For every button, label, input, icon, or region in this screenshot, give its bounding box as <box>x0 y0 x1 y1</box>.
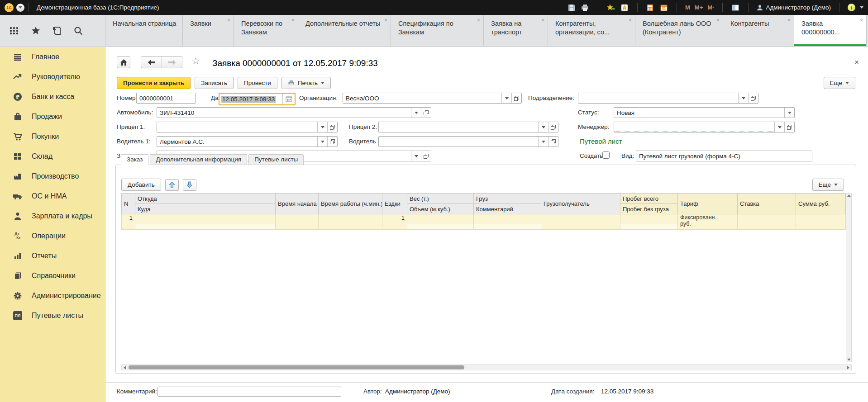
sidebar-item-rukovoditelyu[interactable]: Руководителю <box>0 67 105 87</box>
dropdown-button[interactable] <box>538 137 548 147</box>
cell-gruzopoluchatel[interactable] <box>541 214 620 230</box>
sidebar-item-otchety[interactable]: Отчеты <box>0 246 105 266</box>
cell-vremya-nachala[interactable] <box>276 214 319 230</box>
manager-input[interactable] <box>614 122 774 132</box>
open-button[interactable] <box>548 137 558 147</box>
add-favorite-icon[interactable] <box>606 4 615 12</box>
info-icon[interactable]: i <box>848 4 855 11</box>
cell-otkuda[interactable] <box>135 214 276 223</box>
favorite-star-icon[interactable]: ☆ <box>191 56 200 66</box>
cell-obem[interactable] <box>407 223 474 230</box>
tab-perevozki[interactable]: Перевозки по Заявкам× <box>234 15 298 46</box>
tab-zakaz[interactable]: Заказ <box>121 154 148 165</box>
memory-minus-button[interactable]: M- <box>707 4 714 11</box>
driver1-input[interactable] <box>157 137 317 147</box>
add-row-button[interactable]: Добавить <box>121 179 161 191</box>
sidebar-item-operacii[interactable]: ДтКт Операции <box>0 226 105 246</box>
sidebar-item-os-i-nma[interactable]: ОС и НМА <box>0 186 105 206</box>
dropdown-button[interactable] <box>538 122 548 132</box>
close-document-button[interactable]: × <box>854 58 859 67</box>
close-icon[interactable]: × <box>291 17 295 24</box>
status-input[interactable] <box>614 108 784 118</box>
trailer2-input[interactable] <box>379 122 538 132</box>
scroll-right-icon[interactable] <box>845 365 851 370</box>
close-icon[interactable]: × <box>629 17 632 24</box>
open-button[interactable] <box>784 122 794 132</box>
calculator-icon[interactable] <box>646 4 655 12</box>
cell-vremya-raboty[interactable] <box>319 214 382 230</box>
close-icon[interactable]: × <box>477 17 480 24</box>
dropdown-button[interactable] <box>501 93 511 103</box>
driver2-input[interactable] <box>379 137 538 147</box>
memory-recall-button[interactable]: M <box>685 4 690 11</box>
sidebar-item-bank-i-kassa[interactable]: ₽ Банк и касса <box>0 87 105 107</box>
dropdown-button[interactable] <box>317 122 327 132</box>
sidebar-item-prodazhi[interactable]: Продажи <box>0 107 105 127</box>
print-button[interactable]: Печать <box>281 77 331 89</box>
dropdown-button[interactable] <box>738 93 748 103</box>
post-button[interactable]: Провести <box>238 77 277 89</box>
open-button[interactable] <box>327 122 337 132</box>
vertical-scrollbar[interactable] <box>846 193 852 362</box>
scroll-up-icon[interactable] <box>847 194 851 197</box>
open-button[interactable] <box>511 93 521 103</box>
tab-specifikaciya[interactable]: Спецификация по Заявкам× <box>391 15 484 46</box>
car-input[interactable] <box>157 108 411 118</box>
cell-stavka[interactable] <box>738 214 796 230</box>
print-icon[interactable] <box>581 4 590 12</box>
cell-kommentariy[interactable] <box>474 223 541 230</box>
scroll-left-icon[interactable] <box>122 365 128 370</box>
cell-ves[interactable] <box>407 214 474 223</box>
sidebar-item-pokupki[interactable]: Покупки <box>0 127 105 147</box>
open-button[interactable] <box>327 137 337 147</box>
waybill-kind-input[interactable] <box>636 151 812 161</box>
division-input[interactable] <box>578 93 738 103</box>
open-button[interactable] <box>748 93 758 103</box>
calendar-picker-button[interactable] <box>282 94 295 104</box>
sidebar-item-glavnoe[interactable]: Главное <box>0 47 105 67</box>
favorites-star-icon[interactable] <box>31 26 41 36</box>
post-and-close-button[interactable]: Провести и закрыть <box>117 77 191 89</box>
forward-button[interactable] <box>162 57 182 68</box>
current-user-menu[interactable]: Администратор (Демо) <box>757 4 831 11</box>
tab-zayavki[interactable]: Заявки× <box>183 15 234 46</box>
sidebar-item-zarplata[interactable]: Зарплата и кадры <box>0 206 105 226</box>
tab-dop-otchety[interactable]: Дополнительные отчеты× <box>298 15 391 46</box>
cell-kuda[interactable] <box>135 223 276 230</box>
open-button[interactable] <box>548 122 558 132</box>
cell-gruz[interactable] <box>474 214 541 223</box>
move-down-button[interactable] <box>183 179 196 191</box>
organization-input[interactable] <box>343 93 501 103</box>
memory-plus-button[interactable]: M+ <box>695 4 703 11</box>
tab-kontragenty-org[interactable]: Контрагенты, организации, со...× <box>548 15 635 46</box>
home-button[interactable] <box>117 56 130 68</box>
history-icon[interactable] <box>52 26 62 36</box>
scrollbar-thumb[interactable] <box>129 365 464 369</box>
cell-ezdki[interactable]: 1 <box>382 214 407 230</box>
search-icon[interactable] <box>73 26 83 36</box>
more-actions-button[interactable]: Еще <box>824 77 855 89</box>
sidebar-item-spravochniki[interactable]: Справочники <box>0 266 105 286</box>
number-input[interactable] <box>136 93 196 104</box>
sidebar-item-sklad[interactable]: Склад <box>0 147 105 166</box>
dropdown-button[interactable] <box>411 151 421 161</box>
close-icon[interactable]: × <box>541 17 544 24</box>
tab-putevye-listy[interactable]: Путевые листы <box>248 154 304 165</box>
dropdown-button[interactable] <box>784 108 794 118</box>
dropdown-button[interactable] <box>774 122 784 132</box>
create-waybill-checkbox[interactable] <box>602 151 610 159</box>
close-icon[interactable]: × <box>227 17 230 24</box>
favorites-icon[interactable] <box>620 4 629 12</box>
write-button[interactable]: Записать <box>195 77 234 89</box>
tab-kontragenty[interactable]: Контрагенты× <box>723 15 794 46</box>
tab-volshebnaya-lan[interactable]: Волшебная лань ООО (Контрагент)× <box>635 15 723 46</box>
tab-start-page[interactable]: Начальная страница <box>105 15 183 46</box>
sidebar-item-proizvodstvo[interactable]: Производство <box>0 166 105 186</box>
split-view-icon[interactable] <box>731 4 740 12</box>
save-icon[interactable] <box>567 4 576 12</box>
tab-dop-informaciya[interactable]: Дополнительная информация <box>150 154 247 165</box>
cell-tarif[interactable]: Фиксированн.. руб. <box>678 214 738 230</box>
apps-grid-icon[interactable] <box>9 26 19 36</box>
sidebar-item-putevye-listy[interactable]: ПЛ Путевые листы <box>0 306 105 326</box>
close-icon[interactable]: × <box>787 17 791 24</box>
